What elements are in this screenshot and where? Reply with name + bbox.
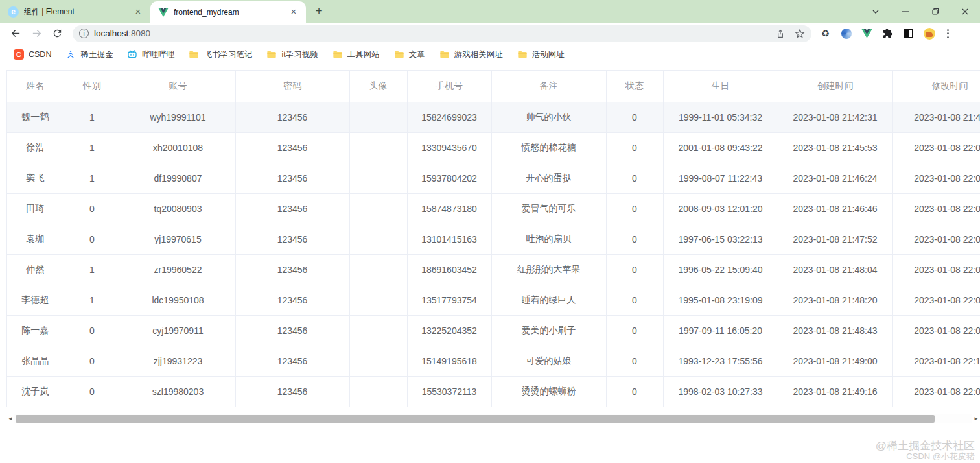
table-cell: 1995-01-08 23:19:09 bbox=[663, 285, 778, 315]
table-cell bbox=[349, 254, 407, 285]
table-cell: 爱冒气的可乐 bbox=[491, 193, 606, 224]
table-cell: 2023-01-08 21:49:16 bbox=[778, 376, 892, 407]
table-cell: 陈一嘉 bbox=[7, 315, 64, 346]
address-bar[interactable]: i localhost:8080 bbox=[73, 25, 811, 42]
swirl-extension-icon[interactable] bbox=[840, 27, 852, 40]
table-row[interactable]: 徐浩1xh2001010812345613309435670愤怒的棉花糖0200… bbox=[7, 132, 980, 163]
table-cell: 1 bbox=[64, 163, 121, 193]
tab-close-icon[interactable]: × bbox=[132, 6, 144, 18]
vue-devtools-icon[interactable] bbox=[861, 27, 873, 40]
table-cell: 0 bbox=[64, 224, 121, 254]
table-row[interactable]: 窦飞1df1999080712345615937804202开心的蛋挞01999… bbox=[7, 163, 980, 193]
bookmark-label: 哔哩哔哩 bbox=[142, 49, 174, 60]
page-info-icon[interactable]: i bbox=[79, 29, 89, 38]
table-cell: 0 bbox=[606, 254, 663, 285]
table-row[interactable]: 田琦0tq2008090312345615874873180爱冒气的可乐0200… bbox=[7, 193, 980, 224]
recycle-extension-icon[interactable]: ♻ bbox=[819, 27, 832, 40]
bookmark-item-7[interactable]: 文章 bbox=[388, 47, 431, 62]
column-header: 备注 bbox=[491, 71, 606, 102]
extensions-puzzle-icon[interactable] bbox=[881, 27, 894, 40]
table-cell: yj19970615 bbox=[121, 224, 235, 254]
table-cell: 0 bbox=[606, 346, 663, 376]
table-row[interactable]: 沈子岚0szl1998020312345615530372113烫烫的螺蛳粉01… bbox=[7, 376, 980, 407]
table-cell: 0 bbox=[606, 163, 663, 193]
bookmark-item-4[interactable]: 飞书学习笔记 bbox=[183, 47, 258, 62]
table-cell: ldc19950108 bbox=[121, 285, 235, 315]
tab-title: 组件 | Element bbox=[24, 6, 127, 18]
table-cell: 窦飞 bbox=[7, 163, 64, 193]
table-header-row: 姓名性别账号密码头像手机号备注状态生日创建时间修改时间 bbox=[7, 71, 980, 102]
table-row[interactable]: 魏一鹤1wyh1999110112345615824699023帅气的小伙019… bbox=[7, 102, 980, 132]
table-cell: tq20080903 bbox=[121, 193, 235, 224]
reload-button[interactable] bbox=[48, 25, 66, 43]
column-header: 状态 bbox=[606, 71, 663, 102]
table-row[interactable]: 袁珈0yj1997061512345613101415163吐泡的扇贝01997… bbox=[7, 224, 980, 254]
scroll-right-arrow-icon[interactable]: ► bbox=[972, 414, 980, 423]
table-cell: 1996-05-22 15:09:40 bbox=[663, 254, 778, 285]
bookmark-item-2[interactable]: 稀土掘金 bbox=[60, 47, 119, 62]
share-icon[interactable] bbox=[775, 29, 786, 39]
fox-extension-icon[interactable] bbox=[923, 27, 935, 40]
table-cell bbox=[349, 224, 407, 254]
table-cell: 1 bbox=[64, 285, 121, 315]
scrollbar-thumb[interactable] bbox=[16, 415, 935, 423]
table-cell: 15824699023 bbox=[407, 102, 491, 132]
scrollbar-track[interactable] bbox=[14, 414, 972, 423]
user-table: 姓名性别账号密码头像手机号备注状态生日创建时间修改时间 魏一鹤1wyh19991… bbox=[7, 71, 980, 407]
table-cell bbox=[349, 346, 407, 376]
table-cell: 1 bbox=[64, 254, 121, 285]
element-favicon-icon: e bbox=[8, 6, 19, 18]
bookmark-item-5[interactable]: it学习视频 bbox=[261, 47, 323, 62]
table-cell: 15149195618 bbox=[407, 346, 491, 376]
column-header: 手机号 bbox=[407, 71, 491, 102]
table-cell: 2023-01-08 21:45:53 bbox=[778, 132, 892, 163]
bookmark-label: 文章 bbox=[409, 49, 425, 60]
table-cell: 1 bbox=[64, 102, 121, 132]
bookmark-item-8[interactable]: 游戏相关网址 bbox=[434, 47, 509, 62]
bookmark-item-1[interactable]: CCSDN bbox=[8, 47, 57, 62]
square-extension-icon[interactable] bbox=[902, 27, 915, 40]
tab-close-icon[interactable]: × bbox=[288, 6, 299, 18]
scroll-left-arrow-icon[interactable]: ◄ bbox=[6, 414, 14, 423]
table-cell: cyj19970911 bbox=[121, 315, 235, 346]
table-cell: 红彤彤的大苹果 bbox=[491, 254, 606, 285]
table-cell: 2023-01-08 21:47:52 bbox=[778, 224, 892, 254]
table-cell: 123456 bbox=[235, 132, 349, 163]
table-cell: 1993-12-23 17:55:56 bbox=[663, 346, 778, 376]
watermark-line1: @稀土掘金技术社区 bbox=[876, 440, 975, 453]
bookmark-item-9[interactable]: 活动网址 bbox=[511, 47, 570, 62]
table-row[interactable]: 李德超1ldc1995010812345613517793754睡着的绿巨人01… bbox=[7, 285, 980, 315]
bookmarks-bar: CCSDN稀土掘金哔哩哔哩飞书学习笔记it学习视频工具网站文章游戏相关网址活动网… bbox=[0, 44, 980, 65]
table-cell: 2023-01-08 22:03 bbox=[892, 132, 980, 163]
table-row[interactable]: 张晶晶0zjj1993122312345615149195618可爱的姑娘019… bbox=[7, 346, 980, 376]
tab-search-chevron-icon[interactable] bbox=[861, 0, 891, 23]
new-tab-button[interactable]: + bbox=[310, 3, 328, 21]
bookmark-star-icon[interactable] bbox=[795, 29, 805, 39]
table-cell: 123456 bbox=[235, 376, 349, 407]
bookmark-item-6[interactable]: 工具网站 bbox=[327, 47, 386, 62]
juejin-icon bbox=[65, 49, 76, 60]
folder-icon bbox=[517, 49, 528, 60]
table-cell: 18691603452 bbox=[407, 254, 491, 285]
forward-button[interactable] bbox=[27, 25, 45, 43]
tab-frontend-mydream[interactable]: frontend_mydream × bbox=[150, 1, 306, 23]
horizontal-scrollbar[interactable]: ◄ ► bbox=[6, 414, 980, 423]
minimize-button[interactable] bbox=[891, 0, 920, 23]
table-cell: 2023-01-08 22:04 bbox=[892, 193, 980, 224]
table-row[interactable]: 仲然1zr1996052212345618691603452红彤彤的大苹果019… bbox=[7, 254, 980, 285]
restore-button[interactable] bbox=[920, 0, 950, 23]
window-controls bbox=[861, 0, 980, 23]
back-button[interactable] bbox=[6, 25, 25, 43]
column-header: 姓名 bbox=[7, 71, 64, 102]
tab-element[interactable]: e 组件 | Element × bbox=[0, 1, 150, 23]
close-window-button[interactable] bbox=[950, 0, 980, 23]
browser-menu-icon[interactable] bbox=[942, 29, 953, 38]
user-table-wrap: 姓名性别账号密码头像手机号备注状态生日创建时间修改时间 魏一鹤1wyh19991… bbox=[6, 70, 980, 407]
table-cell: 2023-01-08 22:03 bbox=[892, 163, 980, 193]
table-cell: 1999-11-01 05:34:32 bbox=[663, 102, 778, 132]
table-cell: zjj19931223 bbox=[121, 346, 235, 376]
bookmark-item-3[interactable]: 哔哩哔哩 bbox=[121, 47, 180, 62]
table-cell: szl19980203 bbox=[121, 376, 235, 407]
table-cell bbox=[349, 315, 407, 346]
table-row[interactable]: 陈一嘉0cyj1997091112345613225204352爱美的小刷子01… bbox=[7, 315, 980, 346]
